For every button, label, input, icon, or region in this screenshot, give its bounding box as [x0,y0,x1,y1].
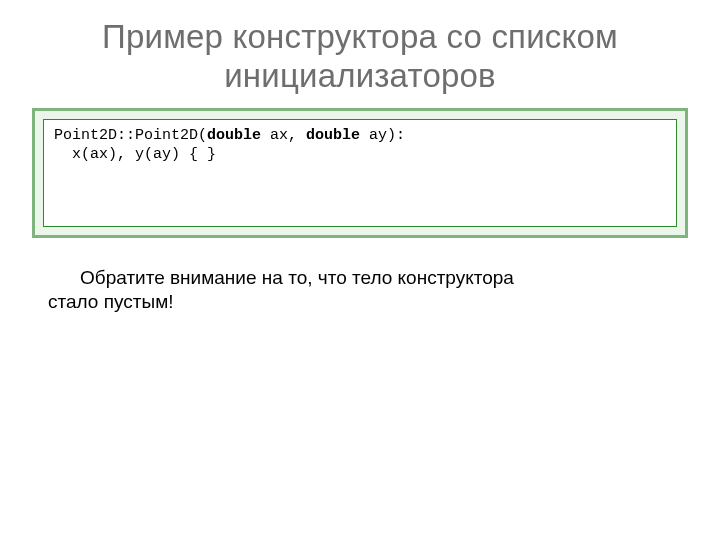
code-ctor: Point2D [135,127,198,144]
note-line2: стало пустым! [48,291,173,312]
code-open-paren: ( [198,127,207,144]
code-frame-outer: Point2D::Point2D(double ax, double ay): … [32,108,688,238]
note-line1: Обратите внимание на то, что тело констр… [48,266,672,290]
code-kw-double-1: double [207,127,261,144]
code-param2: ay): [360,127,405,144]
slide-title: Пример конструктора со списком инициализ… [0,0,720,104]
code-scope: :: [117,127,135,144]
code-line2: x(ax), y(ay) { } [54,146,216,163]
note-text: Обратите внимание на то, что тело констр… [48,266,672,314]
code-block: Point2D::Point2D(double ax, double ay): … [54,126,666,164]
code-frame-inner: Point2D::Point2D(double ax, double ay): … [43,119,677,227]
slide: Пример конструктора со списком инициализ… [0,0,720,540]
code-class: Point2D [54,127,117,144]
code-param1: ax, [261,127,306,144]
code-kw-double-2: double [306,127,360,144]
